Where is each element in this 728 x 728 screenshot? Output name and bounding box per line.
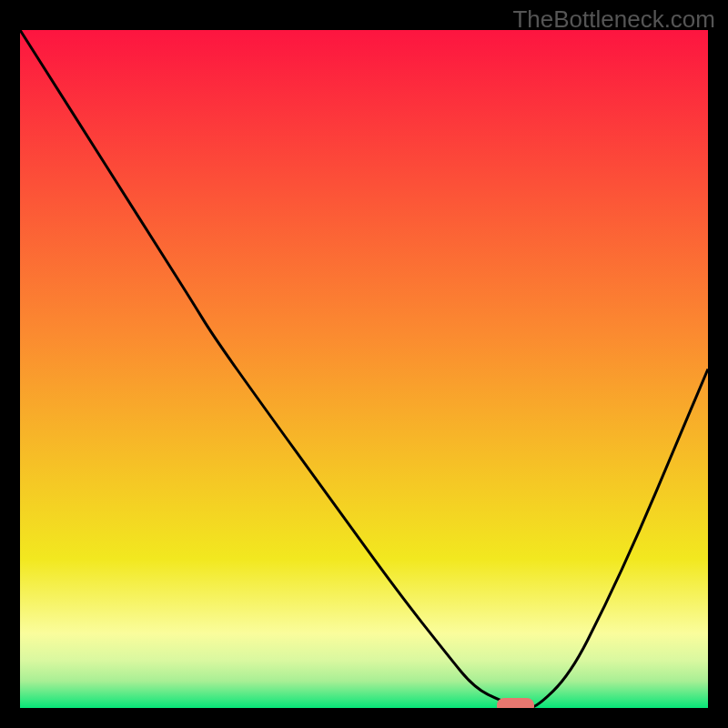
chart-svg [20,30,708,708]
chart-plot-area [20,30,708,708]
watermark-text: TheBottleneck.com [512,5,715,34]
optimal-point-marker [497,698,535,708]
